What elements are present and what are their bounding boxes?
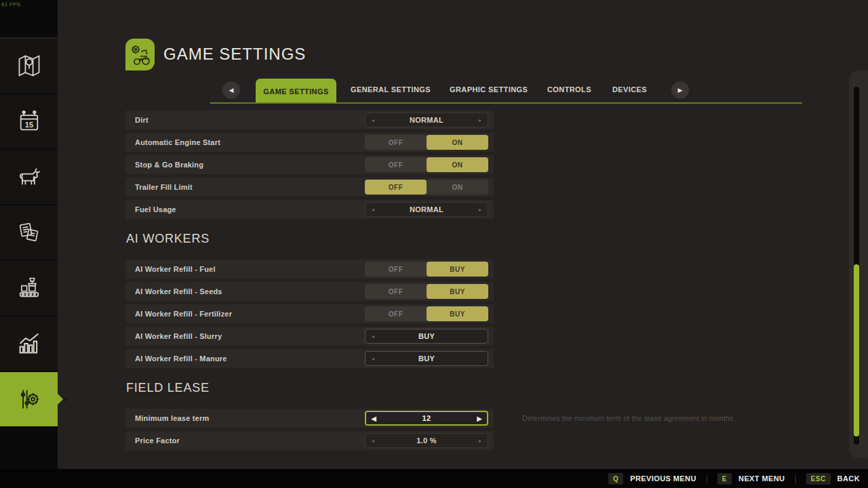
setting-row-stop-go-braking: Stop & Go Braking OFF ON: [125, 155, 494, 174]
animals-icon: [16, 164, 42, 190]
production-icon: [16, 275, 42, 301]
setting-label: Trailer Fill Limit: [135, 183, 193, 191]
toggle-buy-button[interactable]: BUY: [427, 262, 488, 277]
setting-help-text: Determines the minimum term of the lease…: [522, 414, 753, 422]
setting-row-automatic-engine-start: Automatic Engine Start OFF ON: [125, 133, 494, 152]
settings-icon: [16, 386, 42, 412]
setting-label: Stop & Go Braking: [135, 161, 203, 169]
setting-row-dirt: Dirt ◂ NORMAL ▸: [125, 110, 494, 129]
finances-icon: [16, 220, 42, 245]
arrow-right-icon[interactable]: ▸: [473, 207, 488, 213]
selector-price-factor[interactable]: ◂ 1.0 % ▸: [365, 433, 488, 448]
toggle-off-button[interactable]: OFF: [365, 157, 427, 172]
footer-divider: |: [706, 474, 708, 483]
footer-bar: Q PREVIOUS MENU | E NEXT MENU | ESC BACK: [0, 469, 868, 488]
toggle-refill-fuel: OFF BUY: [365, 262, 488, 277]
selector-value: 12: [381, 414, 472, 422]
toggle-off-button[interactable]: OFF: [365, 135, 427, 150]
arrow-right-icon[interactable]: ▶: [472, 415, 487, 422]
setting-row-fuel-usage: Fuel Usage ◂ NORMAL ▸: [125, 200, 494, 219]
arrow-left-icon[interactable]: ◀: [366, 415, 381, 422]
sidebar-item-finances[interactable]: [0, 205, 58, 260]
setting-row-minimum-lease-term: Minimum lease term ◀ 12 ▶: [125, 409, 494, 428]
settings-group-ai-workers: AI Worker Refill - Fuel OFF BUY AI Worke…: [125, 260, 494, 371]
toggle-on-button[interactable]: ON: [427, 157, 488, 172]
tab-devices[interactable]: DEVICES: [612, 85, 647, 94]
sidebar-item-animals[interactable]: [0, 150, 58, 204]
setting-label: Price Factor: [135, 436, 180, 445]
toggle-on-button[interactable]: ON: [427, 180, 488, 195]
previous-menu-label[interactable]: PREVIOUS MENU: [630, 474, 696, 483]
section-title-ai-workers: AI WORKERS: [126, 232, 210, 246]
tab-controls[interactable]: CONTROLS: [547, 85, 591, 94]
sidebar: 15 ▸: [0, 39, 58, 469]
key-e[interactable]: E: [717, 473, 732, 485]
selector-value: 1.0 %: [380, 436, 473, 445]
scrollbar-thumb[interactable]: [854, 264, 859, 436]
setting-row-refill-seeds: AI Worker Refill - Seeds OFF BUY: [125, 282, 494, 301]
tab-graphic-settings[interactable]: GRAPHIC SETTINGS: [450, 85, 528, 94]
toggle-off-button[interactable]: OFF: [365, 180, 427, 195]
setting-row-refill-manure: AI Worker Refill - Manure ◂ BUY ▸: [125, 349, 494, 368]
setting-label: AI Worker Refill - Fuel: [135, 265, 216, 273]
sidebar-item-statistics[interactable]: [0, 317, 58, 371]
page-title: GAME SETTINGS: [163, 45, 306, 64]
sidebar-item-calendar[interactable]: 15: [0, 94, 58, 148]
sidebar-item-production[interactable]: [0, 261, 58, 315]
arrow-right-icon[interactable]: ▸: [473, 117, 488, 123]
selector-refill-manure[interactable]: ◂ BUY ▸: [365, 351, 488, 366]
selector-value: BUY: [380, 354, 473, 363]
arrow-left-icon[interactable]: ◂: [366, 207, 380, 213]
next-menu-label[interactable]: NEXT MENU: [738, 474, 785, 483]
setting-row-refill-fuel: AI Worker Refill - Fuel OFF BUY: [125, 260, 494, 279]
back-label[interactable]: BACK: [837, 474, 860, 483]
svg-text:15: 15: [24, 121, 33, 129]
selector-dirt[interactable]: ◂ NORMAL ▸: [365, 113, 488, 127]
fps-counter: 61 FPS: [1, 1, 20, 7]
arrow-left-icon[interactable]: ◂: [366, 333, 380, 340]
setting-label: AI Worker Refill - Manure: [135, 354, 227, 363]
arrow-left-icon[interactable]: ◂: [366, 438, 380, 444]
tab-general-settings[interactable]: GENERAL SETTINGS: [351, 85, 431, 94]
scrollbar: [849, 70, 868, 458]
selector-value: BUY: [380, 332, 473, 340]
key-esc[interactable]: ESC: [806, 473, 831, 485]
toggle-trailer-fill-limit: OFF ON: [365, 180, 488, 195]
settings-group-field-lease: Minimum lease term ◀ 12 ▶ Price Factor ◂…: [125, 409, 494, 453]
toggle-automatic-engine-start: OFF ON: [365, 135, 488, 150]
toggle-buy-button[interactable]: BUY: [427, 306, 488, 321]
tabs-next-button[interactable]: ▶: [671, 81, 689, 99]
toggle-stop-go-braking: OFF ON: [365, 157, 488, 172]
section-title-field-lease: FIELD LEASE: [126, 381, 210, 395]
setting-label: Fuel Usage: [135, 205, 176, 214]
arrow-left-icon[interactable]: ◂: [366, 117, 380, 123]
tabs-prev-button[interactable]: ◀: [222, 81, 240, 99]
setting-row-refill-fertilizer: AI Worker Refill - Fertilizer OFF BUY: [125, 304, 494, 323]
toggle-off-button[interactable]: OFF: [365, 306, 427, 321]
sidebar-item-map[interactable]: [0, 39, 58, 93]
calendar-icon: 15: [16, 108, 42, 134]
tab-game-settings[interactable]: GAME SETTINGS: [256, 79, 336, 104]
statistics-icon: [16, 331, 42, 357]
arrow-left-icon[interactable]: ◂: [366, 356, 380, 362]
selector-refill-slurry[interactable]: ◂ BUY ▸: [365, 329, 488, 344]
setting-row-trailer-fill-limit: Trailer Fill Limit OFF ON: [125, 178, 494, 197]
tractor-gear-icon: [129, 43, 152, 67]
toggle-off-button[interactable]: OFF: [365, 284, 427, 299]
tab-underline: [210, 102, 802, 104]
active-pointer-icon: ▸: [64, 396, 67, 403]
setting-label: AI Worker Refill - Seeds: [135, 287, 222, 296]
setting-label: AI Worker Refill - Slurry: [135, 332, 222, 340]
key-q[interactable]: Q: [608, 473, 623, 485]
arrow-right-icon[interactable]: ▸: [473, 438, 488, 444]
setting-label: Dirt: [135, 116, 149, 124]
sidebar-item-settings[interactable]: ▸: [0, 372, 58, 426]
selector-fuel-usage[interactable]: ◂ NORMAL ▸: [365, 202, 488, 217]
setting-row-price-factor: Price Factor ◂ 1.0 % ▸: [125, 431, 494, 450]
toggle-buy-button[interactable]: BUY: [427, 284, 488, 299]
selector-minimum-lease-term[interactable]: ◀ 12 ▶: [365, 411, 488, 426]
game-settings-icon: [125, 39, 155, 70]
toggle-on-button[interactable]: ON: [427, 135, 488, 150]
setting-label: AI Worker Refill - Fertilizer: [135, 310, 232, 318]
toggle-off-button[interactable]: OFF: [365, 262, 427, 277]
